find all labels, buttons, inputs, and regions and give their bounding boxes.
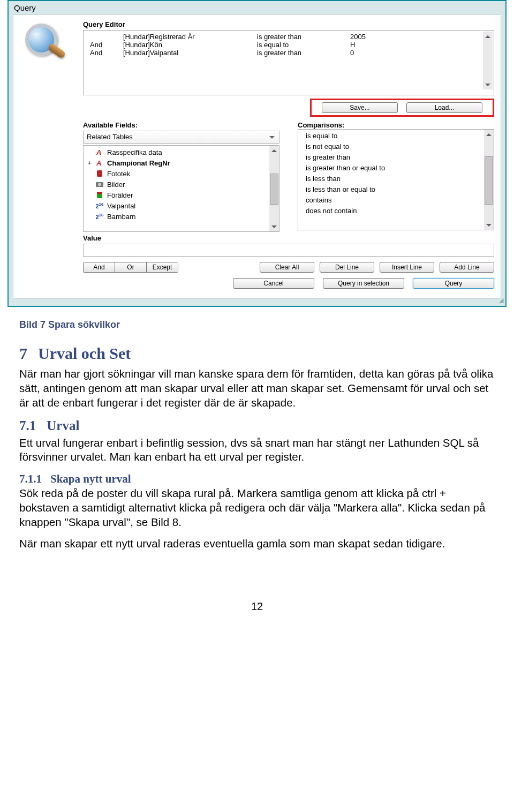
except-button[interactable]: Except (146, 262, 178, 273)
cond-field: [Hundar]Kön (123, 41, 257, 49)
cond-field: [Hundar]Valpantal (123, 49, 257, 57)
cond-val: 0 (350, 49, 404, 57)
value-label: Value (83, 234, 279, 242)
cond-cmp: is equal to (257, 41, 350, 49)
figure-caption: Bild 7 Spara sökvilkor (19, 319, 495, 331)
comparison-item[interactable]: is greater than or equal to (301, 163, 494, 174)
comparisons-label: Comparisons: (298, 121, 494, 129)
field-label: Championat RegNr (107, 159, 170, 167)
query-dialog: Query Query Editor [Hundar]Registrerad Å… (7, 0, 507, 307)
cond-val: 2005 (350, 33, 404, 41)
logic-segment: And Or Except (83, 262, 178, 273)
resize-grip-icon[interactable]: ◢ (9, 297, 505, 304)
comparison-item[interactable]: contains (301, 195, 494, 206)
field-item[interactable]: Bilder (87, 179, 279, 190)
paragraph: Ett urval fungerar enbart i befintlig se… (19, 436, 495, 464)
field-label: Fototek (107, 170, 130, 178)
conditions-scrollbar[interactable] (483, 32, 493, 89)
field-item[interactable]: Fototek (87, 168, 279, 179)
paragraph: När man skapar ett nytt urval raderas ev… (19, 537, 495, 551)
heading-1: 7 Urval och Set (19, 343, 495, 364)
cond-val: H (350, 41, 404, 49)
svg-text:A: A (96, 148, 101, 156)
field-item[interactable]: ARasspecifika data (87, 147, 279, 157)
page-number: 12 (19, 599, 495, 613)
field-item[interactable]: 216Valpantal (87, 200, 279, 211)
and-button[interactable]: And (83, 262, 115, 273)
field-label: Förälder (107, 191, 133, 199)
magnifier-icon (24, 22, 67, 65)
h1-text: Urval och Set (38, 343, 131, 364)
field-item[interactable]: +AChampionat RegNr (87, 157, 279, 168)
cond-op (90, 33, 123, 41)
svg-rect-2 (97, 170, 102, 177)
comparison-item[interactable]: is less than (301, 174, 494, 184)
field-label: Rasspecifika data (107, 148, 162, 156)
condition-row[interactable]: [Hundar]Registrerad Åris greater than200… (90, 33, 490, 41)
svg-point-4 (98, 183, 101, 186)
available-fields-label: Available Fields: (83, 121, 279, 129)
or-button[interactable]: Or (115, 262, 146, 273)
dialog-title: Query (9, 1, 505, 14)
field-label: Bilder (107, 181, 125, 189)
expand-icon: + (87, 160, 92, 166)
condition-row[interactable]: And[Hundar]Könis equal toH (90, 41, 490, 49)
comparison-item[interactable]: is less than or equal to (301, 184, 494, 195)
field-item[interactable]: Förälder (87, 190, 279, 200)
svg-text:A: A (96, 159, 101, 167)
heading-3: 7.1.1 Skapa nytt urval (19, 472, 495, 486)
comparison-item[interactable]: does not contain (301, 206, 494, 216)
fields-scrollbar[interactable] (269, 146, 279, 231)
cond-cmp: is greater than (257, 49, 350, 57)
cond-op: And (90, 41, 123, 49)
h1-number: 7 (19, 343, 27, 364)
add-line-button[interactable]: Add Line (440, 262, 494, 273)
field-icon: A (95, 159, 104, 167)
save-load-highlight: Save... Load... (310, 99, 494, 117)
h3-number: 7.1.1 (19, 472, 42, 486)
comparison-item[interactable]: is greater than (301, 152, 494, 163)
field-icon: A (95, 148, 104, 156)
field-label: Valpantal (107, 202, 135, 210)
save-button[interactable]: Save... (322, 102, 398, 113)
comparison-item[interactable]: is equal to (301, 131, 494, 141)
field-icon: 216 (95, 201, 104, 210)
chevron-down-icon (269, 136, 275, 139)
h2-text: Urval (47, 417, 79, 435)
query-editor-label: Query Editor (83, 20, 494, 28)
del-line-button[interactable]: Del Line (320, 262, 374, 273)
field-label: Barnbarn (107, 213, 135, 221)
conditions-box[interactable]: [Hundar]Registrerad Åris greater than200… (83, 30, 494, 95)
condition-row[interactable]: And[Hundar]Valpantalis greater than0 (90, 49, 490, 57)
load-button[interactable]: Load... (406, 102, 482, 113)
paragraph: Sök reda på de poster du vill skapa rura… (19, 486, 495, 529)
svg-rect-6 (97, 192, 102, 194)
document-body: Bild 7 Spara sökvilkor 7 Urval och Set N… (0, 307, 514, 635)
h2-number: 7.1 (19, 417, 36, 435)
field-item[interactable]: 216Barnbarn (87, 211, 279, 222)
comparison-item[interactable]: is not equal to (301, 141, 494, 152)
field-icon (95, 169, 104, 178)
heading-2: 7.1 Urval (19, 417, 495, 435)
field-icon: 216 (95, 212, 104, 221)
query-in-selection-button[interactable]: Query in selection (323, 278, 404, 289)
h3-text: Skapa nytt urval (50, 472, 131, 486)
comparisons-scrollbar[interactable] (484, 130, 494, 230)
field-icon (95, 191, 104, 199)
query-button[interactable]: Query (413, 278, 494, 289)
cond-op: And (90, 49, 123, 57)
comparisons-list[interactable]: is equal tois not equal tois greater tha… (298, 129, 494, 230)
cond-field: [Hundar]Registrerad År (123, 33, 257, 41)
related-tables-combo[interactable]: Related Tables (83, 131, 279, 144)
available-fields-list[interactable]: ARasspecifika data+AChampionat RegNrFoto… (83, 145, 279, 232)
paragraph: När man har gjort sökningar vill man kan… (19, 367, 495, 410)
related-tables-value: Related Tables (87, 131, 133, 143)
clear-all-button[interactable]: Clear All (260, 262, 314, 273)
value-input[interactable] (83, 244, 494, 257)
cancel-button[interactable]: Cancel (233, 278, 314, 289)
insert-line-button[interactable]: Insert Line (380, 262, 434, 273)
cond-cmp: is greater than (257, 33, 350, 41)
field-icon (95, 180, 104, 189)
